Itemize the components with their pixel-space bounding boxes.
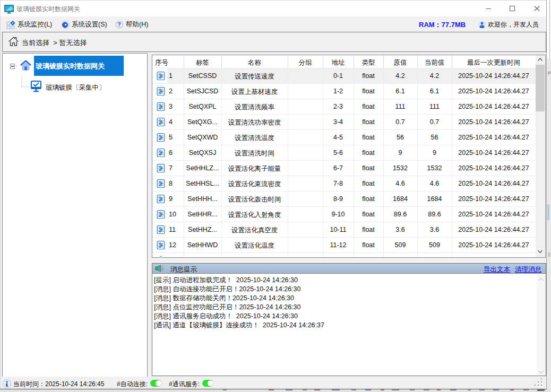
svg-text:?: ? (117, 21, 120, 28)
